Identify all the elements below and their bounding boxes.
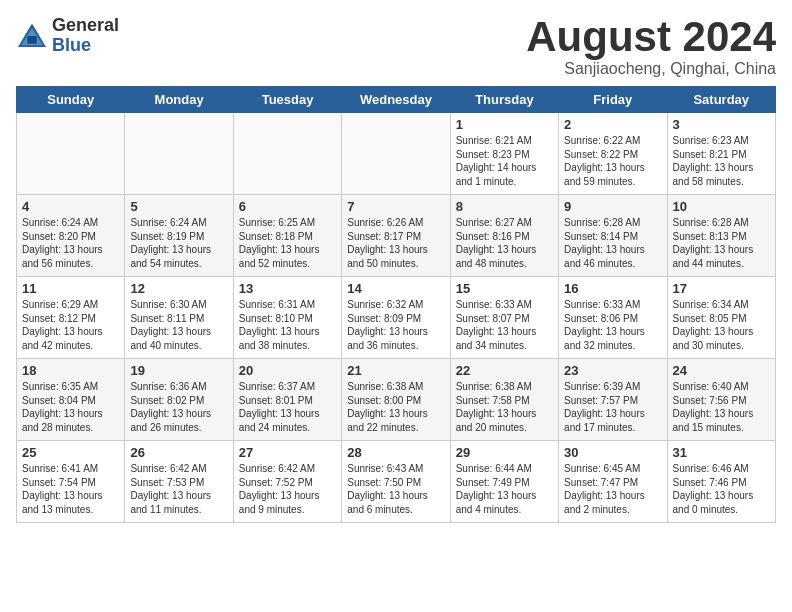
calendar-cell: 11Sunrise: 6:29 AM Sunset: 8:12 PM Dayli… bbox=[17, 277, 125, 359]
day-number: 12 bbox=[130, 281, 227, 296]
day-number: 30 bbox=[564, 445, 661, 460]
calendar-cell: 16Sunrise: 6:33 AM Sunset: 8:06 PM Dayli… bbox=[559, 277, 667, 359]
day-number: 16 bbox=[564, 281, 661, 296]
day-number: 19 bbox=[130, 363, 227, 378]
day-header-friday: Friday bbox=[559, 87, 667, 113]
day-header-wednesday: Wednesday bbox=[342, 87, 450, 113]
day-number: 2 bbox=[564, 117, 661, 132]
day-number: 23 bbox=[564, 363, 661, 378]
day-info: Sunrise: 6:40 AM Sunset: 7:56 PM Dayligh… bbox=[673, 380, 770, 434]
calendar-cell: 18Sunrise: 6:35 AM Sunset: 8:04 PM Dayli… bbox=[17, 359, 125, 441]
calendar-cell: 1Sunrise: 6:21 AM Sunset: 8:23 PM Daylig… bbox=[450, 113, 558, 195]
day-info: Sunrise: 6:21 AM Sunset: 8:23 PM Dayligh… bbox=[456, 134, 553, 188]
calendar-cell bbox=[342, 113, 450, 195]
calendar-cell: 5Sunrise: 6:24 AM Sunset: 8:19 PM Daylig… bbox=[125, 195, 233, 277]
calendar-cell: 14Sunrise: 6:32 AM Sunset: 8:09 PM Dayli… bbox=[342, 277, 450, 359]
calendar-cell: 4Sunrise: 6:24 AM Sunset: 8:20 PM Daylig… bbox=[17, 195, 125, 277]
calendar-cell: 27Sunrise: 6:42 AM Sunset: 7:52 PM Dayli… bbox=[233, 441, 341, 523]
day-info: Sunrise: 6:26 AM Sunset: 8:17 PM Dayligh… bbox=[347, 216, 444, 270]
day-info: Sunrise: 6:42 AM Sunset: 7:53 PM Dayligh… bbox=[130, 462, 227, 516]
calendar-cell: 13Sunrise: 6:31 AM Sunset: 8:10 PM Dayli… bbox=[233, 277, 341, 359]
day-info: Sunrise: 6:33 AM Sunset: 8:07 PM Dayligh… bbox=[456, 298, 553, 352]
day-info: Sunrise: 6:38 AM Sunset: 8:00 PM Dayligh… bbox=[347, 380, 444, 434]
day-info: Sunrise: 6:28 AM Sunset: 8:14 PM Dayligh… bbox=[564, 216, 661, 270]
day-info: Sunrise: 6:23 AM Sunset: 8:21 PM Dayligh… bbox=[673, 134, 770, 188]
day-number: 5 bbox=[130, 199, 227, 214]
calendar-cell: 8Sunrise: 6:27 AM Sunset: 8:16 PM Daylig… bbox=[450, 195, 558, 277]
day-info: Sunrise: 6:22 AM Sunset: 8:22 PM Dayligh… bbox=[564, 134, 661, 188]
day-header-monday: Monday bbox=[125, 87, 233, 113]
logo-general-text: General bbox=[52, 16, 119, 36]
day-header-thursday: Thursday bbox=[450, 87, 558, 113]
calendar-cell: 9Sunrise: 6:28 AM Sunset: 8:14 PM Daylig… bbox=[559, 195, 667, 277]
calendar-cell bbox=[233, 113, 341, 195]
calendar-cell: 15Sunrise: 6:33 AM Sunset: 8:07 PM Dayli… bbox=[450, 277, 558, 359]
calendar-cell: 3Sunrise: 6:23 AM Sunset: 8:21 PM Daylig… bbox=[667, 113, 775, 195]
day-info: Sunrise: 6:36 AM Sunset: 8:02 PM Dayligh… bbox=[130, 380, 227, 434]
day-header-tuesday: Tuesday bbox=[233, 87, 341, 113]
day-header-saturday: Saturday bbox=[667, 87, 775, 113]
calendar-cell: 7Sunrise: 6:26 AM Sunset: 8:17 PM Daylig… bbox=[342, 195, 450, 277]
calendar-cell: 30Sunrise: 6:45 AM Sunset: 7:47 PM Dayli… bbox=[559, 441, 667, 523]
calendar-cell: 12Sunrise: 6:30 AM Sunset: 8:11 PM Dayli… bbox=[125, 277, 233, 359]
day-info: Sunrise: 6:38 AM Sunset: 7:58 PM Dayligh… bbox=[456, 380, 553, 434]
day-number: 18 bbox=[22, 363, 119, 378]
day-info: Sunrise: 6:44 AM Sunset: 7:49 PM Dayligh… bbox=[456, 462, 553, 516]
days-header-row: SundayMondayTuesdayWednesdayThursdayFrid… bbox=[17, 87, 776, 113]
day-info: Sunrise: 6:37 AM Sunset: 8:01 PM Dayligh… bbox=[239, 380, 336, 434]
day-number: 10 bbox=[673, 199, 770, 214]
calendar-cell: 21Sunrise: 6:38 AM Sunset: 8:00 PM Dayli… bbox=[342, 359, 450, 441]
calendar-cell: 20Sunrise: 6:37 AM Sunset: 8:01 PM Dayli… bbox=[233, 359, 341, 441]
day-header-sunday: Sunday bbox=[17, 87, 125, 113]
day-number: 28 bbox=[347, 445, 444, 460]
day-info: Sunrise: 6:27 AM Sunset: 8:16 PM Dayligh… bbox=[456, 216, 553, 270]
day-number: 31 bbox=[673, 445, 770, 460]
day-info: Sunrise: 6:33 AM Sunset: 8:06 PM Dayligh… bbox=[564, 298, 661, 352]
day-info: Sunrise: 6:29 AM Sunset: 8:12 PM Dayligh… bbox=[22, 298, 119, 352]
day-number: 3 bbox=[673, 117, 770, 132]
logo: General Blue bbox=[16, 16, 119, 56]
day-info: Sunrise: 6:45 AM Sunset: 7:47 PM Dayligh… bbox=[564, 462, 661, 516]
calendar-cell: 24Sunrise: 6:40 AM Sunset: 7:56 PM Dayli… bbox=[667, 359, 775, 441]
header: General Blue August 2024 Sanjiaocheng, Q… bbox=[16, 16, 776, 78]
week-row-3: 11Sunrise: 6:29 AM Sunset: 8:12 PM Dayli… bbox=[17, 277, 776, 359]
calendar-cell: 26Sunrise: 6:42 AM Sunset: 7:53 PM Dayli… bbox=[125, 441, 233, 523]
day-number: 1 bbox=[456, 117, 553, 132]
day-number: 8 bbox=[456, 199, 553, 214]
day-number: 14 bbox=[347, 281, 444, 296]
day-number: 20 bbox=[239, 363, 336, 378]
day-number: 21 bbox=[347, 363, 444, 378]
week-row-4: 18Sunrise: 6:35 AM Sunset: 8:04 PM Dayli… bbox=[17, 359, 776, 441]
day-info: Sunrise: 6:39 AM Sunset: 7:57 PM Dayligh… bbox=[564, 380, 661, 434]
day-number: 29 bbox=[456, 445, 553, 460]
svg-rect-2 bbox=[27, 36, 36, 44]
day-info: Sunrise: 6:31 AM Sunset: 8:10 PM Dayligh… bbox=[239, 298, 336, 352]
logo-blue-text: Blue bbox=[52, 36, 119, 56]
calendar-cell: 31Sunrise: 6:46 AM Sunset: 7:46 PM Dayli… bbox=[667, 441, 775, 523]
calendar-cell: 22Sunrise: 6:38 AM Sunset: 7:58 PM Dayli… bbox=[450, 359, 558, 441]
calendar-cell: 28Sunrise: 6:43 AM Sunset: 7:50 PM Dayli… bbox=[342, 441, 450, 523]
day-number: 6 bbox=[239, 199, 336, 214]
day-info: Sunrise: 6:43 AM Sunset: 7:50 PM Dayligh… bbox=[347, 462, 444, 516]
day-number: 9 bbox=[564, 199, 661, 214]
logo-text: General Blue bbox=[52, 16, 119, 56]
day-number: 27 bbox=[239, 445, 336, 460]
calendar-cell bbox=[17, 113, 125, 195]
day-number: 22 bbox=[456, 363, 553, 378]
title-area: August 2024 Sanjiaocheng, Qinghai, China bbox=[526, 16, 776, 78]
day-info: Sunrise: 6:32 AM Sunset: 8:09 PM Dayligh… bbox=[347, 298, 444, 352]
day-number: 17 bbox=[673, 281, 770, 296]
logo-icon bbox=[16, 22, 48, 50]
calendar-cell: 17Sunrise: 6:34 AM Sunset: 8:05 PM Dayli… bbox=[667, 277, 775, 359]
day-info: Sunrise: 6:42 AM Sunset: 7:52 PM Dayligh… bbox=[239, 462, 336, 516]
calendar-cell: 2Sunrise: 6:22 AM Sunset: 8:22 PM Daylig… bbox=[559, 113, 667, 195]
calendar-cell: 19Sunrise: 6:36 AM Sunset: 8:02 PM Dayli… bbox=[125, 359, 233, 441]
day-number: 11 bbox=[22, 281, 119, 296]
calendar-cell: 23Sunrise: 6:39 AM Sunset: 7:57 PM Dayli… bbox=[559, 359, 667, 441]
calendar-cell bbox=[125, 113, 233, 195]
day-number: 25 bbox=[22, 445, 119, 460]
month-title: August 2024 bbox=[526, 16, 776, 58]
day-info: Sunrise: 6:25 AM Sunset: 8:18 PM Dayligh… bbox=[239, 216, 336, 270]
location-subtitle: Sanjiaocheng, Qinghai, China bbox=[526, 60, 776, 78]
calendar-cell: 29Sunrise: 6:44 AM Sunset: 7:49 PM Dayli… bbox=[450, 441, 558, 523]
